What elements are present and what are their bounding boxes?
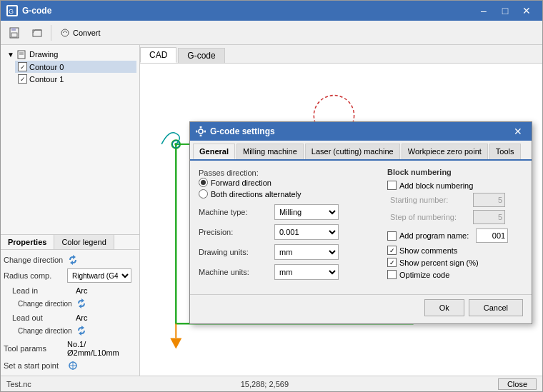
passes-direction-label: Passes direction:: [199, 169, 259, 177]
machine-units-label: Machine units:: [199, 268, 270, 276]
dialog-right-col: Block numbering Add block numbering Star…: [387, 168, 523, 284]
dialog-left-col: Passes direction: Forward direction Both…: [199, 168, 376, 284]
optimize-code-checkbox[interactable]: [387, 270, 397, 279]
block-numbering-title: Block numbering: [387, 168, 523, 176]
dialog-tab-laser[interactable]: Laser (cutting) machine: [305, 144, 400, 159]
show-comments-item[interactable]: ✓ Show comments: [387, 246, 523, 255]
starting-number-row: Starting number:: [387, 193, 523, 207]
dialog-body: Passes direction: Forward direction Both…: [190, 161, 532, 291]
dialog-close-button[interactable]: ✕: [510, 124, 526, 139]
show-percent-checkbox[interactable]: ✓: [387, 258, 397, 267]
machine-units-select[interactable]: mm inch: [274, 264, 339, 280]
drawing-units-row: Drawing units: mm inch: [199, 244, 376, 260]
add-program-name-checkbox[interactable]: [387, 231, 397, 241]
svg-point-22: [199, 129, 203, 134]
drawing-units-label: Drawing units:: [199, 248, 270, 256]
starting-number-label: Starting number:: [390, 196, 469, 204]
dialog-cancel-button[interactable]: Cancel: [469, 299, 523, 316]
dialog-tab-tools[interactable]: Tools: [489, 144, 521, 159]
show-percent-item[interactable]: ✓ Show percent sign (%): [387, 258, 523, 267]
svg-point-25: [196, 131, 198, 133]
dialog-footer: Ok Cancel: [190, 294, 532, 323]
add-program-name-item[interactable]: Add program name:: [387, 231, 469, 241]
machine-units-row: Machine units: mm inch: [199, 264, 376, 280]
svg-point-26: [204, 131, 206, 133]
dialog-settings-icon: [196, 126, 206, 136]
dialog-tab-general[interactable]: General: [193, 144, 235, 159]
dialog-title: G-code settings: [196, 126, 275, 136]
precision-label: Precision:: [199, 228, 270, 236]
radio-forward-dot[interactable]: [199, 178, 208, 187]
starting-number-input[interactable]: [473, 193, 505, 207]
step-numbering-input[interactable]: [473, 210, 505, 224]
machine-type-row: Machine type: Milling Laser: [199, 204, 376, 220]
add-block-numbering-checkbox[interactable]: [387, 181, 397, 190]
precision-select[interactable]: 0.001 0.01 0.1: [274, 224, 339, 240]
radio-both[interactable]: Both directions alternately: [199, 189, 376, 198]
radio-both-dot[interactable]: [199, 189, 208, 198]
passes-direction-group: Passes direction: Forward direction Both…: [199, 168, 376, 198]
add-program-name-row: Add program name:: [387, 228, 523, 243]
dialog-titlebar: G-code settings ✕: [190, 122, 532, 141]
program-name-input[interactable]: [476, 228, 508, 243]
optimize-code-item[interactable]: Optimize code: [387, 270, 523, 279]
dialog-overlay: G-code settings ✕ General Milling machin…: [0, 0, 543, 392]
machine-type-label: Machine type:: [199, 208, 270, 216]
dialog-tab-milling[interactable]: Milling machine: [236, 144, 304, 159]
gcode-settings-dialog: G-code settings ✕ General Milling machin…: [189, 121, 532, 324]
machine-type-select[interactable]: Milling Laser: [274, 204, 339, 220]
show-comments-checkbox[interactable]: ✓: [387, 246, 397, 255]
precision-row: Precision: 0.001 0.01 0.1: [199, 224, 376, 240]
svg-point-24: [200, 135, 202, 137]
drawing-units-select[interactable]: mm inch: [274, 244, 339, 260]
step-numbering-label: Step of numbering:: [390, 213, 469, 221]
dialog-ok-button[interactable]: Ok: [424, 299, 464, 316]
dialog-tabs: General Milling machine Laser (cutting) …: [190, 141, 532, 161]
step-numbering-row: Step of numbering:: [387, 210, 523, 224]
svg-point-23: [200, 126, 202, 129]
dialog-tab-workpiece[interactable]: Workpiece zero point: [402, 144, 488, 159]
radio-forward[interactable]: Forward direction: [199, 178, 376, 187]
add-block-numbering-item[interactable]: Add block numbering: [387, 181, 523, 190]
